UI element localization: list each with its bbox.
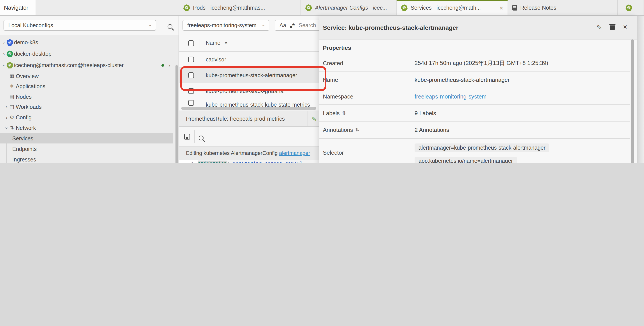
sidebar-item-label: Services (12, 135, 33, 142)
column-header-name[interactable]: Name (206, 40, 220, 46)
sidebar-item-nodes[interactable]: ▤Nodes (0, 92, 173, 102)
sidebar-item-services[interactable]: Services (0, 134, 173, 144)
navigator-header: Navigator (0, 0, 36, 15)
kubeconfig-selector-value: Local Kubeconfigs (8, 22, 53, 28)
code-text: apiVersion: monitoring.coreos.com/v1 (198, 160, 319, 163)
table-row-kube-prometheus-stack-kube-state-metrics[interactable]: kube-prometheus-stack-kube-state-metrics (179, 99, 319, 107)
chevron-down-icon: › (260, 24, 267, 26)
navigator-label: Navigator (0, 4, 28, 11)
resource-bar: PrometheusRule: freepeals-prod-metrics ✎ (179, 110, 319, 127)
search-input[interactable]: Aa * Search (274, 20, 319, 31)
sidebar-item-config[interactable]: ›⚙Config (0, 112, 173, 122)
kubernetes-icon: ☸ (305, 4, 312, 11)
top-tab-bar: Navigator ☸Pods - icecheng@mathmas...☸Al… (0, 0, 644, 16)
detail-row-namespace: Namespacefreeleaps-monitoring-system (319, 88, 630, 105)
detail-row-annotations: Annotations⇅2 Annotations (319, 122, 630, 139)
save-icon[interactable] (184, 134, 190, 140)
kubernetes-icon: ☸ (6, 50, 13, 57)
editing-resource-link[interactable]: alertmanager (279, 150, 310, 156)
tab-release-notes[interactable]: Release Notes (508, 0, 618, 15)
kubeconfig-selector-bar: Local Kubeconfigs › (0, 16, 178, 35)
kubernetes-icon: ☸ (6, 39, 13, 46)
regex-icon[interactable]: * (290, 22, 295, 29)
chevron-right-icon[interactable]: › (3, 51, 5, 56)
selector-chip: alertmanager=kube-prometheus-stack-alert… (414, 144, 550, 152)
tab-pods-icecheng-mathmas[interactable]: ☸Pods - icecheng@mathmas... (179, 0, 301, 15)
edit-service-icon[interactable]: ✎ (596, 24, 602, 31)
search-icon[interactable] (168, 24, 172, 29)
chevron-right-icon[interactable]: › (6, 115, 8, 120)
resource-bar-label: PrometheusRule: freepeals-prod-metrics (179, 116, 285, 122)
document-icon (512, 5, 517, 10)
tab-partial[interactable]: ☸ (621, 0, 644, 15)
row-checkbox[interactable] (188, 100, 194, 106)
sidebar-item-demo-k8s[interactable]: ›☸demo-k8s (0, 37, 173, 48)
sidebar-item-label: Network (16, 125, 36, 131)
sidebar-item-label: demo-k8s (14, 39, 38, 46)
chevron-down-icon: › (148, 24, 154, 26)
select-all-checkbox[interactable] (188, 40, 194, 46)
annotation-highlight-box (180, 66, 326, 91)
sort-ascending-icon[interactable]: ^ (224, 41, 228, 46)
explorer-toolbar: freeleaps-monitoring-system › Aa * Searc… (179, 16, 319, 35)
header-divider (200, 38, 200, 48)
config-icon: ⚙ (9, 114, 15, 120)
code-line-1: 1apiVersion: monitoring.coreos.com/v1 (179, 160, 319, 163)
close-icon[interactable]: × (500, 4, 503, 11)
edit-resource-icon[interactable]: ✎ (312, 116, 316, 122)
chevron-right-icon[interactable]: › (3, 40, 5, 45)
table-row-cadvisor[interactable]: cadvisor (179, 52, 319, 68)
overview-icon: ▦ (9, 73, 15, 79)
detail-label: Created (323, 60, 343, 66)
detail-row-selector: Selectoralertmanager=kube-prometheus-sta… (319, 139, 630, 163)
namespace-link[interactable]: freeleaps-monitoring-system (414, 93, 486, 100)
sidebar-scrollbar[interactable] (176, 65, 178, 163)
chevron-right-icon[interactable]: › (168, 62, 170, 68)
service-detail-panel: Service: kube-prometheus-stack-alertmana… (319, 16, 637, 163)
sidebar-item-ingresses[interactable]: Ingresses (0, 154, 173, 163)
sidebar-item-label: Config (16, 114, 32, 120)
editor-toolbar (179, 127, 319, 146)
table-header: Name ^ (179, 35, 319, 52)
panel-scrollbar[interactable] (631, 40, 634, 163)
kubeconfig-selector[interactable]: Local Kubeconfigs › (4, 20, 156, 31)
selector-chip: app.kubernetes.io/name=alertmanager (414, 157, 517, 163)
sidebar-item-network[interactable]: ›⇅Network (0, 123, 173, 133)
network-icon: ⇅ (9, 125, 15, 131)
sidebar-item-workloads[interactable]: ›◳Workloads (0, 102, 173, 112)
expand-toggle-icon[interactable]: ⇅ (355, 127, 359, 133)
row-name: kube-prometheus-stack-kube-state-metrics (206, 102, 310, 107)
sidebar-item-endpoints[interactable]: Endpoints (0, 144, 173, 154)
sidebar-item-docker-desktop[interactable]: ›☸docker-desktop (0, 49, 173, 59)
yaml-editor[interactable]: 1apiVersion: monitoring.coreos.com/v12ki… (179, 160, 319, 163)
chevron-down-icon[interactable]: › (4, 127, 9, 129)
detail-value: 2 Annotations (414, 126, 449, 133)
editor-search-icon[interactable] (199, 136, 204, 140)
tab-alertmanager-configs-icec[interactable]: ☸Alertmanager Configs - icec... (301, 0, 396, 15)
sidebar-item-applications[interactable]: ❖Applications (0, 81, 173, 91)
namespace-selector[interactable]: freeleaps-monitoring-system › (182, 20, 269, 31)
sidebar-item-label: Workloads (16, 104, 42, 110)
close-panel-icon[interactable]: × (623, 23, 627, 31)
row-checkbox[interactable] (188, 56, 194, 62)
expand-toggle-icon[interactable]: ⇅ (342, 110, 346, 116)
nodes-icon: ▤ (9, 94, 15, 100)
tab-services-icecheng-math[interactable]: ☸Services - icecheng@math...× (396, 0, 508, 15)
sidebar-item-label: Overview (16, 73, 38, 79)
applications-icon: ❖ (9, 83, 15, 89)
resource-bar-divider (308, 111, 308, 126)
sidebar-item-overview[interactable]: ▦Overview (0, 71, 173, 81)
chevron-down-icon[interactable]: › (1, 64, 6, 66)
match-case-icon[interactable]: Aa (280, 22, 286, 28)
sidebar: Local Kubeconfigs › ›☸demo-k8s›☸docker-d… (0, 16, 179, 163)
background-window-sliver: ‹ ⚠ (637, 16, 644, 163)
tab-label: Pods - icecheng@mathmas... (193, 4, 265, 11)
chevron-right-icon[interactable]: › (6, 104, 8, 110)
sidebar-item-icecheng-mathmast-com-freeleaps-cluster[interactable]: ›☸icecheng@mathmast.com@freeleaps-cluste… (0, 60, 173, 70)
detail-value: 254d 17h 50m ago (2025年1月13日 GMT+8 1:25:… (414, 59, 548, 67)
editing-banner-text: Editing kubernetes AlertmanagerConfig (186, 150, 279, 156)
sidebar-item-label: Nodes (16, 94, 32, 100)
line-number: 1 (179, 160, 198, 163)
table-horizontal-scrollbar[interactable] (181, 107, 316, 110)
delete-service-icon[interactable] (610, 26, 614, 30)
